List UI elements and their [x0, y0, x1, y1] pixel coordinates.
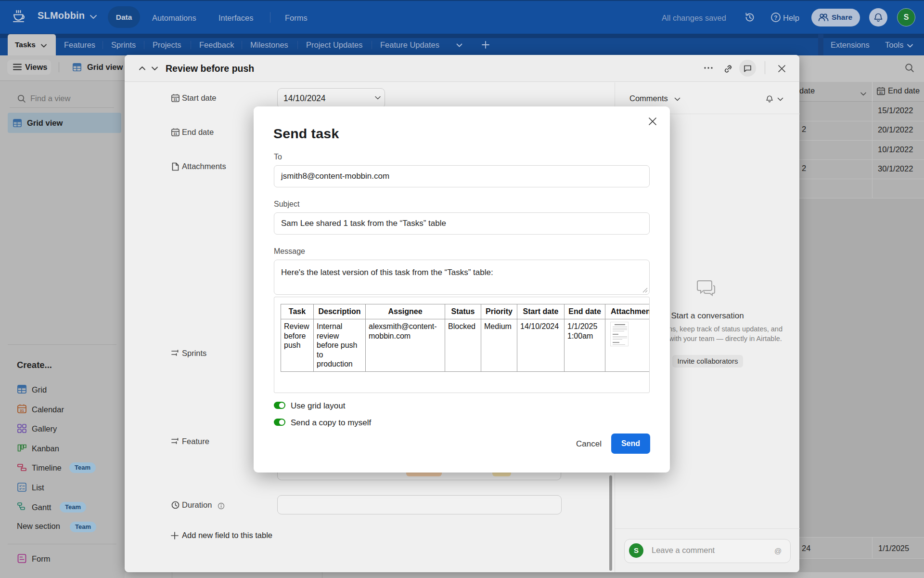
svg-text:31: 31 — [20, 408, 24, 413]
svg-text:31: 31 — [174, 98, 178, 102]
svg-text:?: ? — [774, 14, 777, 21]
svg-text:31: 31 — [174, 132, 178, 136]
svg-text:31: 31 — [879, 91, 883, 95]
